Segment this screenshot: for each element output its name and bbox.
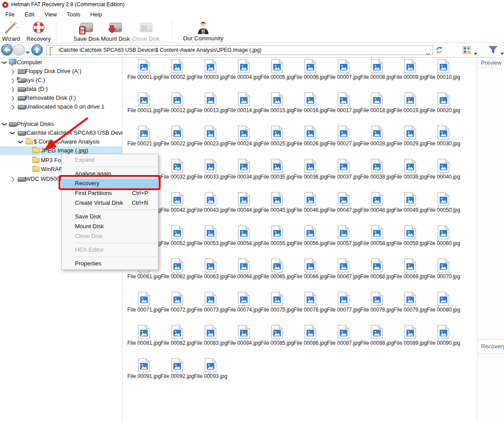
file-item[interactable]: File 00062.jpg [161, 258, 194, 280]
chevron-right-icon[interactable]: ❯ [11, 102, 15, 111]
file-item[interactable]: File 00087.jpg [327, 325, 360, 346]
file-item[interactable]: File 00026.jpg [294, 125, 327, 147]
view-mode-icon[interactable] [463, 46, 471, 56]
file-item[interactable]: File 00036.jpg [294, 159, 327, 180]
view-mode-dropdown-icon[interactable] [474, 49, 477, 57]
forward-button[interactable] [13, 44, 25, 56]
our-community-button[interactable]: Our Community [182, 20, 224, 42]
save-disk-button[interactable]: Save Disk [73, 20, 100, 42]
file-item[interactable]: File 00030.jpg [427, 125, 460, 147]
file-item[interactable]: File 00080.jpg [427, 292, 460, 313]
file-item[interactable]: File 00060.jpg [427, 225, 460, 246]
file-item[interactable]: File 00074.jpg [227, 292, 260, 313]
file-item[interactable]: File 00004.jpg [227, 59, 260, 80]
file-item[interactable]: File 00033.jpg [194, 159, 227, 180]
chevron-down-icon[interactable]: ❯ [16, 140, 25, 144]
menu-view[interactable]: View [40, 10, 61, 19]
chevron-down-icon[interactable]: ❯ [0, 122, 9, 126]
context-menu-item-analyse-again[interactable]: Analyse again [62, 169, 158, 179]
file-item[interactable]: File 00090.jpg [427, 325, 460, 346]
menu-file[interactable]: File [1, 10, 19, 19]
recovery-list-section[interactable]: Recovery l [477, 339, 504, 354]
file-item[interactable]: File 00024.jpg [227, 125, 260, 147]
file-item[interactable]: File 00052.jpg [161, 225, 194, 246]
context-menu-item-find-partitions[interactable]: Find PartitionsCtrl+P [62, 188, 158, 198]
recovery-button[interactable]: Recovery [25, 20, 52, 42]
file-item[interactable]: File 00006.jpg [294, 59, 327, 80]
file-item[interactable]: File 00065.jpg [260, 258, 294, 280]
file-item[interactable]: File 00082.jpg [161, 325, 194, 346]
chevron-right-icon[interactable]: ❯ [11, 94, 15, 102]
file-item[interactable]: File 00055.jpg [260, 225, 294, 246]
filter-dropdown-icon[interactable] [500, 49, 504, 57]
file-item[interactable]: File 00015.jpg [260, 92, 294, 113]
context-menu-item-properties[interactable]: Properties [62, 259, 158, 269]
file-item[interactable]: File 00020.jpg [427, 92, 460, 113]
file-item[interactable]: File 00038.jpg [360, 159, 394, 180]
file-item[interactable]: File 00016.jpg [294, 92, 327, 113]
tree-item-unallocated-space-0-on-drive-1[interactable]: ❯Unallocated space 0 on drive 1 [0, 102, 122, 111]
file-item[interactable]: File 00086.jpg [294, 325, 327, 346]
menu-help[interactable]: Help [86, 10, 106, 19]
file-item[interactable]: File 00043.jpg [194, 192, 227, 213]
file-item[interactable]: File 00070.jpg [427, 258, 460, 280]
file-item[interactable]: File 00079.jpg [394, 292, 427, 313]
tree-item-content-aware-analysis[interactable]: ❯$ Content-Aware Analysis [0, 137, 122, 146]
file-item[interactable]: File 00089.jpg [394, 325, 427, 346]
preview-panel-title[interactable]: Preview [477, 58, 504, 68]
file-item[interactable]: File 00092.jpg [161, 358, 194, 379]
chevron-down-icon[interactable]: ❯ [0, 60, 9, 65]
file-item[interactable]: File 00057.jpg [327, 225, 360, 246]
file-item[interactable]: File 00056.jpg [294, 225, 327, 246]
file-item[interactable]: File 00058.jpg [360, 225, 394, 246]
context-menu-item-create-virtual-disk[interactable]: Create Virtual DiskCtrl+N [62, 198, 158, 208]
file-item[interactable]: File 00093.jpg [194, 358, 227, 379]
address-bar[interactable]: iCatchte iCatchtek SPCA63 USB Device\$ C… [46, 45, 433, 55]
file-item[interactable]: File 00091.jpg [127, 358, 161, 379]
context-menu-item-save-disk[interactable]: Save Disk [62, 212, 158, 222]
chevron-right-icon[interactable]: ❯ [11, 85, 15, 94]
file-item[interactable]: File 00011.jpg [127, 92, 161, 113]
file-item[interactable]: File 00007.jpg [327, 59, 360, 80]
file-item[interactable]: File 00042.jpg [161, 192, 194, 213]
file-item[interactable]: File 00048.jpg [360, 192, 394, 213]
file-item[interactable]: File 00005.jpg [260, 59, 294, 80]
file-item[interactable]: File 00069.jpg [394, 258, 427, 280]
file-item[interactable]: File 00017.jpg [327, 92, 360, 113]
file-item[interactable]: File 00047.jpg [327, 192, 360, 213]
file-item[interactable]: File 00009.jpg [394, 59, 427, 80]
file-item[interactable]: File 00049.jpg [394, 192, 427, 213]
file-item[interactable]: File 00083.jpg [194, 325, 227, 346]
up-button[interactable] [31, 44, 43, 56]
file-item[interactable]: File 00084.jpg [227, 325, 260, 346]
file-item[interactable]: File 00081.jpg [127, 325, 161, 346]
tree-item-floppy-disk-drive-a[interactable]: ❯Floppy Disk Drive (A:) [0, 67, 122, 76]
tree-item-physical-disks[interactable]: ❯Physical Disks [0, 120, 122, 129]
file-item[interactable]: File 00035.jpg [260, 159, 294, 180]
file-item[interactable]: File 00025.jpg [260, 125, 294, 147]
chevron-right-icon[interactable]: ❯ [11, 76, 15, 85]
file-item[interactable]: File 00054.jpg [227, 225, 260, 246]
file-item[interactable]: File 00066.jpg [294, 258, 327, 280]
file-item[interactable]: File 00046.jpg [294, 192, 327, 213]
file-item[interactable]: File 00018.jpg [360, 92, 394, 113]
file-item[interactable]: File 00023.jpg [194, 125, 227, 147]
file-item[interactable]: File 00075.jpg [260, 292, 294, 313]
file-item[interactable]: File 00085.jpg [260, 325, 294, 346]
chevron-right-icon[interactable]: ❯ [11, 67, 15, 76]
file-item[interactable]: File 00029.jpg [394, 125, 427, 147]
file-item[interactable]: File 00022.jpg [161, 125, 194, 147]
history-dropdown-icon[interactable] [26, 48, 30, 56]
file-item[interactable]: File 00021.jpg [127, 125, 161, 147]
address-dropdown-icon[interactable] [426, 49, 430, 57]
file-item[interactable]: File 00037.jpg [327, 159, 360, 180]
tree-item-data-d[interactable]: ❯data (D:) [0, 85, 122, 94]
tree-item-removable-disk-i[interactable]: ❯Removable Disk (I:) [0, 94, 122, 102]
file-item[interactable]: File 00014.jpg [227, 92, 260, 113]
file-item[interactable]: File 00034.jpg [227, 159, 260, 180]
file-item[interactable]: File 00028.jpg [360, 125, 394, 147]
filter-icon[interactable] [488, 46, 498, 56]
file-item[interactable]: File 00059.jpg [394, 225, 427, 246]
file-item[interactable]: File 00077.jpg [327, 292, 360, 313]
file-item[interactable]: File 00012.jpg [161, 92, 194, 113]
